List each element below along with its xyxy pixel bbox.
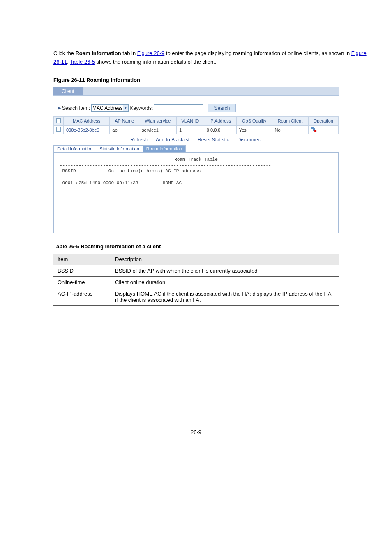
col-ip: IP Address (204, 116, 236, 125)
instruction-paragraph: Click the Roam Information tab in Figure… (53, 49, 371, 67)
cell-roam: No (272, 125, 308, 134)
triangle-right-icon: ▶ (58, 105, 61, 111)
desc-item: Online-time (53, 277, 111, 288)
chevron-down-icon: ▼ (123, 105, 128, 111)
col-qos: QoS Quality (236, 116, 272, 125)
search-button[interactable]: Search (208, 104, 236, 112)
cell-ap: ap (110, 125, 139, 134)
desc-row: AC-IP-address Displays HOME AC if the cl… (53, 288, 339, 306)
page-number: 26-9 (21, 429, 371, 435)
table-caption: Table 26-5 Roaming information of a clie… (53, 243, 371, 250)
inner-tab-bar: Detail Information Statistic Information… (53, 145, 186, 152)
outer-tab-bar: Client (53, 87, 339, 96)
header-checkbox[interactable] (56, 118, 61, 123)
action-row: Refresh Add to Blacklist Reset Statistic… (53, 134, 339, 145)
cell-op (308, 125, 338, 134)
client-table: MAC Address AP Name Wlan service VLAN ID… (53, 116, 339, 134)
disconnect-icon[interactable] (311, 127, 317, 132)
tab-client[interactable]: Client (53, 87, 83, 95)
roam-track-panel: Roam Track Table------------------------… (53, 152, 339, 234)
desc-item: AC-IP-address (53, 288, 111, 306)
header-checkbox-cell (54, 116, 64, 125)
col-roam: Roam Client (272, 116, 308, 125)
reset-statistic-link[interactable]: Reset Statistic (198, 137, 229, 143)
keywords-label: Keywords: (130, 105, 153, 111)
disconnect-link[interactable]: Disconnect (238, 137, 262, 143)
keywords-input[interactable] (154, 104, 203, 111)
screenshot-panel: Client ▶ Search Item: MAC Address ▼ Keyw… (53, 87, 339, 234)
figure-link-26-9[interactable]: Figure 26-9 (137, 50, 164, 56)
search-item-select[interactable]: MAC Address ▼ (91, 104, 129, 112)
row-checkbox[interactable] (56, 127, 61, 132)
roam-title: Roam Track Table (60, 157, 332, 162)
table-link-26-5[interactable]: Table 26-5 (70, 59, 95, 65)
tab-roam-info[interactable]: Roam Information (143, 146, 185, 152)
cell-wlan: service1 (139, 125, 176, 134)
tab-detail-info[interactable]: Detail Information (54, 146, 96, 152)
refresh-link[interactable]: Refresh (130, 137, 148, 143)
desc-row: Online-time Client online duration (53, 277, 339, 288)
mac-link[interactable]: 000e-35b2-8be9 (66, 127, 99, 132)
col-op: Operation (308, 116, 338, 125)
tab-statistic-info[interactable]: Statistic Information (96, 146, 143, 152)
col-apname: AP Name (110, 116, 139, 125)
figure-caption: Figure 26-11 Roaming information (53, 77, 371, 83)
desc-text: BSSID of the AP with which the client is… (111, 265, 339, 277)
desc-item: BSSID (53, 265, 111, 277)
desc-text: Client online duration (111, 277, 339, 288)
desc-header-item: Item (53, 254, 111, 265)
search-item-label: Search Item: (62, 105, 90, 111)
desc-text: Displays HOME AC if the client is associ… (111, 288, 339, 306)
cell-vlan: 1 (176, 125, 204, 134)
desc-row: BSSID BSSID of the AP with which the cli… (53, 265, 339, 277)
col-mac: MAC Address (64, 116, 110, 125)
desc-header-desc: Description (111, 254, 339, 265)
table-row: 000e-35b2-8be9 ap service1 1 0.0.0.0 Yes… (54, 125, 339, 134)
cell-ip: 0.0.0.0 (204, 125, 236, 134)
col-vlan: VLAN ID (176, 116, 204, 125)
description-table: Item Description BSSID BSSID of the AP w… (53, 254, 339, 306)
col-wlan: Wlan service (139, 116, 176, 125)
cell-qos: Yes (236, 125, 272, 134)
search-bar: ▶ Search Item: MAC Address ▼ Keywords: S… (53, 96, 339, 116)
add-blacklist-link[interactable]: Add to Blacklist (156, 137, 189, 143)
